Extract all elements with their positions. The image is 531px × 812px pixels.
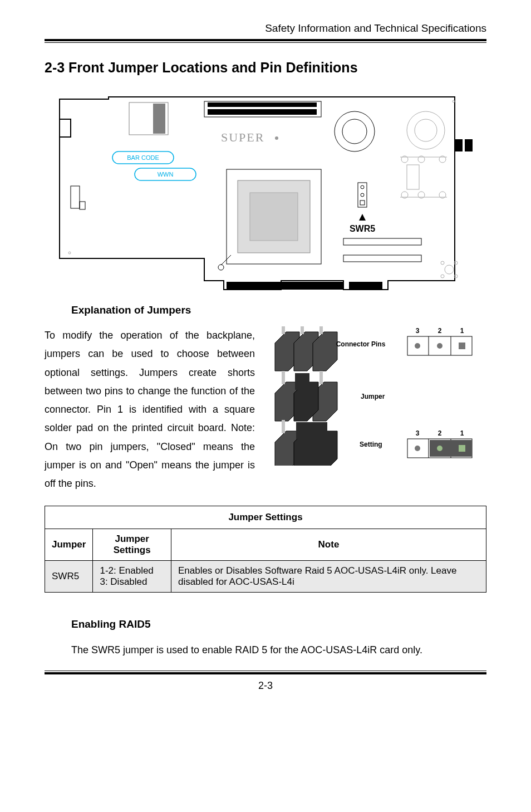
th-settings: Jumper Settings xyxy=(93,529,171,560)
svg-point-17 xyxy=(361,193,364,197)
jumper-settings-table: Jumper Settings Jumper Jumper Settings N… xyxy=(45,506,486,593)
raid5-heading: Enabling RAID5 xyxy=(71,618,486,630)
swr5-label: SWR5 xyxy=(350,224,375,233)
svg-rect-37 xyxy=(227,282,343,290)
svg-rect-72 xyxy=(459,445,465,452)
svg-rect-36 xyxy=(343,255,421,262)
svg-text:3: 3 xyxy=(416,327,420,335)
svg-point-45 xyxy=(68,252,71,254)
svg-rect-9 xyxy=(80,202,85,209)
cell-settings: 1-2: Enabled 3: Disabled xyxy=(93,560,171,592)
th-jumper: Jumper xyxy=(45,529,93,560)
barcode-label: BAR CODE xyxy=(127,154,159,161)
svg-rect-35 xyxy=(343,238,421,245)
footer-rule-thin xyxy=(45,671,486,671)
svg-point-70 xyxy=(415,446,420,451)
running-header: Safety Information and Technical Specifi… xyxy=(45,22,486,39)
svg-point-71 xyxy=(437,446,442,451)
svg-point-39 xyxy=(445,265,454,274)
svg-rect-48 xyxy=(319,326,323,334)
svg-point-42 xyxy=(441,275,444,278)
svg-point-56 xyxy=(437,343,442,349)
svg-text:1: 1 xyxy=(460,327,464,335)
svg-text:2: 2 xyxy=(438,429,442,437)
svg-rect-58 xyxy=(295,373,309,390)
svg-text:3: 3 xyxy=(416,429,420,437)
svg-point-21 xyxy=(342,119,367,144)
jumper-label: Jumper xyxy=(361,393,385,400)
connector-pins-label: Connector Pins xyxy=(336,340,386,348)
header-rule-thick xyxy=(45,39,486,41)
table-title: Jumper Settings xyxy=(45,506,486,529)
th-note: Note xyxy=(171,529,486,560)
svg-rect-60 xyxy=(319,371,323,384)
svg-rect-57 xyxy=(459,343,465,349)
svg-point-16 xyxy=(361,185,364,189)
svg-marker-19 xyxy=(359,214,366,221)
svg-point-22 xyxy=(407,111,445,149)
svg-rect-61 xyxy=(296,422,327,439)
svg-point-14 xyxy=(218,265,224,270)
svg-rect-69 xyxy=(430,440,472,457)
svg-text:1: 1 xyxy=(460,429,464,437)
svg-rect-24 xyxy=(455,139,463,151)
svg-point-55 xyxy=(415,343,420,349)
svg-point-40 xyxy=(441,261,444,265)
svg-rect-25 xyxy=(465,139,473,151)
svg-rect-15 xyxy=(358,183,367,207)
svg-rect-4 xyxy=(208,109,317,115)
svg-point-20 xyxy=(335,111,375,151)
svg-point-23 xyxy=(415,119,437,141)
svg-rect-18 xyxy=(360,200,365,205)
svg-rect-3 xyxy=(208,102,317,107)
svg-rect-62 xyxy=(282,420,285,433)
pcb-diagram: SUPER BAR CODE WWN SWR5 xyxy=(54,91,477,292)
svg-line-13 xyxy=(221,255,231,265)
svg-rect-1 xyxy=(153,104,165,134)
svg-rect-12 xyxy=(250,193,298,241)
svg-text:2: 2 xyxy=(438,327,442,335)
footer-rule-thick xyxy=(45,672,486,674)
cell-jumper: SWR5 xyxy=(45,560,93,592)
svg-point-5 xyxy=(275,136,278,140)
cell-note: Enables or Disables Software Raid 5 AOC-… xyxy=(171,560,486,592)
svg-rect-47 xyxy=(301,326,304,334)
header-rule-thin xyxy=(45,42,486,43)
setting-label: Setting xyxy=(360,441,382,448)
svg-rect-8 xyxy=(71,186,80,208)
wwn-label: WWN xyxy=(158,171,174,178)
brand-text: SUPER xyxy=(221,130,264,144)
table-row: SWR5 1-2: Enabled 3: Disabled Enables or… xyxy=(45,560,486,592)
svg-rect-59 xyxy=(282,371,285,384)
explanation-text: To modify the operation of the backplane… xyxy=(45,326,255,493)
svg-rect-32 xyxy=(407,165,419,189)
section-title: 2-3 Front Jumper Locations and Pin Defin… xyxy=(45,60,486,76)
explanation-heading: Explanation of Jumpers xyxy=(71,304,486,316)
page-number: 2-3 xyxy=(45,680,486,692)
raid5-text: The SWR5 jumper is used to enable RAID 5… xyxy=(71,642,486,659)
svg-rect-46 xyxy=(282,326,285,334)
svg-rect-38 xyxy=(349,282,382,290)
jumper-explanation-diagram: Connector Pins 3 2 1 xyxy=(264,326,486,466)
